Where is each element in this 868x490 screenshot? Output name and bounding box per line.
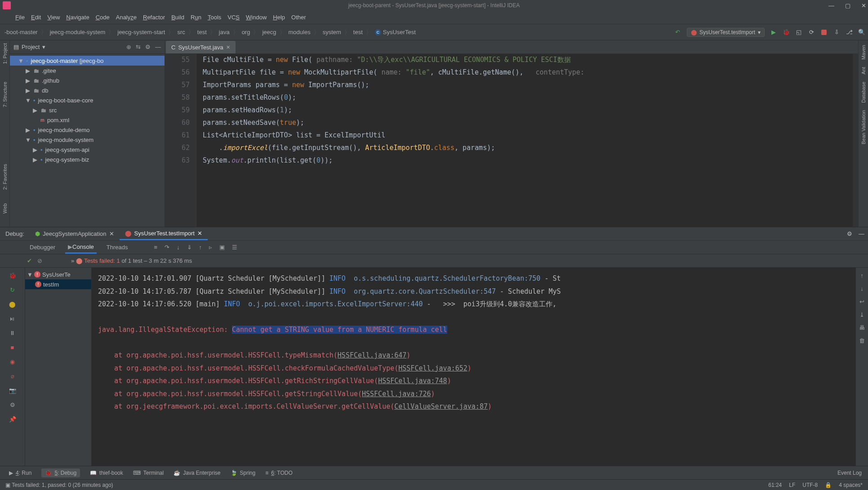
tree-row[interactable]: ▶▪jeecg-module-demo xyxy=(10,125,165,135)
crumb-file[interactable]: CSysUserTest xyxy=(373,29,418,35)
run-to-cursor-icon[interactable]: ▹ xyxy=(209,244,212,251)
console-tab[interactable]: ▶ Console xyxy=(65,241,97,254)
scroll-to-end-icon[interactable]: ⤓ xyxy=(859,311,864,318)
back-icon[interactable]: ↶ xyxy=(674,29,681,36)
test-tree-root[interactable]: ▼!SysUserTe xyxy=(25,269,91,279)
step-over-icon[interactable]: ≡ xyxy=(154,244,158,251)
crumb[interactable]: jeecg xyxy=(260,29,278,35)
close-button[interactable]: ✕ xyxy=(861,2,866,9)
close-icon[interactable]: ✕ xyxy=(197,230,202,237)
mute-breakpoints-icon[interactable]: ⌀ xyxy=(9,372,17,380)
print-icon[interactable]: 🖶 xyxy=(859,324,865,331)
threads-tab[interactable]: Threads xyxy=(104,241,131,254)
code-editor[interactable]: File cMultiFile = new File( pathname: "D… xyxy=(196,54,853,227)
encoding[interactable]: UTF-8 xyxy=(802,482,818,488)
gear-icon[interactable]: ⚙ xyxy=(145,44,151,50)
settings-icon[interactable]: ⚙ xyxy=(9,401,17,409)
minimize-button[interactable]: — xyxy=(828,2,834,9)
tree-row[interactable]: ▼▪jeecg-boot-master [jeecg-bo xyxy=(10,56,165,66)
menu-window[interactable]: Window xyxy=(246,14,267,21)
debug-session-tab[interactable]: ⬢ JeecgSystemApplication ✕ xyxy=(30,228,120,240)
crumb[interactable]: java xyxy=(217,29,231,35)
debug-tool-tab[interactable]: 🐞 5: Debug xyxy=(41,468,80,477)
ok-icon[interactable]: ✔ xyxy=(27,257,32,264)
menu-view[interactable]: View xyxy=(47,14,60,21)
run-configuration-dropdown[interactable]: ⬤ SysUserTest.testImport ▾ xyxy=(687,28,765,37)
gear-icon[interactable]: ⚙ xyxy=(847,230,852,237)
toolwindow-web-tab[interactable]: Web xyxy=(2,203,8,213)
git-button[interactable]: ⎇ xyxy=(846,29,853,36)
java-enterprise-tab[interactable]: ☕ Java Enterprise xyxy=(174,470,220,476)
chevron-down-icon[interactable]: ▾ xyxy=(42,44,45,50)
step-out-icon[interactable]: ↓ xyxy=(177,244,180,251)
crumb[interactable]: test xyxy=(196,29,209,35)
search-everywhere-button[interactable]: 🔍 xyxy=(858,29,865,36)
scroll-up-icon[interactable]: ↑ xyxy=(860,272,864,279)
run-tool-tab[interactable]: ▶ 4: Run xyxy=(9,470,31,476)
clear-icon[interactable]: 🗑 xyxy=(859,337,865,344)
terminal-tab[interactable]: ⌨ Terminal xyxy=(133,470,164,476)
toolwindow-favorites-tab[interactable]: 2: Favorites xyxy=(2,164,8,190)
crumb[interactable]: system xyxy=(321,29,343,35)
tree-row[interactable]: ▼▪jeecg-module-system xyxy=(10,135,165,145)
hide-icon[interactable]: — xyxy=(155,44,161,50)
menu-refactor[interactable]: Refactor xyxy=(143,14,165,21)
menu-edit[interactable]: Edit xyxy=(31,14,41,21)
menu-build[interactable]: Build xyxy=(171,14,184,21)
menu-tools[interactable]: Tools xyxy=(208,14,221,21)
menu-run[interactable]: Run xyxy=(191,14,201,21)
rerun-icon[interactable]: 🐞 xyxy=(9,271,17,279)
menu-analyze[interactable]: Analyze xyxy=(116,14,137,21)
thief-book-tab[interactable]: 📖 thief-book xyxy=(90,470,123,476)
step-into-icon[interactable]: ↷ xyxy=(165,244,169,251)
test-tree-item[interactable]: !testIm xyxy=(25,279,91,289)
rerun-failed-icon[interactable]: ↻ xyxy=(9,286,17,294)
lock-icon[interactable]: 🔒 xyxy=(825,482,832,488)
close-icon[interactable]: ✕ xyxy=(226,44,230,50)
stop-button[interactable] xyxy=(820,29,828,36)
pause-icon[interactable]: ⏸ xyxy=(9,329,17,337)
line-separator[interactable]: LF xyxy=(789,482,795,488)
editor-tab[interactable]: C SysUserTest.java ✕ xyxy=(166,41,236,53)
tree-row[interactable]: mpom.xml xyxy=(10,115,165,125)
toolwindow-structure-tab[interactable]: 7: Structure xyxy=(2,82,8,107)
tree-row[interactable]: ▶🖿src xyxy=(10,105,165,115)
todo-tab[interactable]: ≡ 6: TODO xyxy=(265,470,293,476)
menu-navigate[interactable]: Navigate xyxy=(66,14,89,21)
update-button[interactable]: ⇩ xyxy=(833,29,840,36)
crumb[interactable]: jeecg-module-system xyxy=(48,29,107,35)
caret-position[interactable]: 61:24 xyxy=(768,482,782,488)
spring-tab[interactable]: 🍃 Spring xyxy=(231,470,256,476)
event-log-tab[interactable]: Event Log xyxy=(834,470,862,476)
resume-icon[interactable]: ⏯ xyxy=(9,314,17,322)
crumb[interactable]: jeecg-system-start xyxy=(116,29,167,35)
view-breakpoints-icon[interactable]: ◉ xyxy=(9,358,17,366)
tree-row[interactable]: ▶🖿.github xyxy=(10,75,165,85)
menu-code[interactable]: Code xyxy=(96,14,110,21)
tree-row[interactable]: ▼▪jeecg-boot-base-core xyxy=(10,95,165,105)
run-button[interactable]: ▶ xyxy=(770,29,777,36)
menu-help[interactable]: Help xyxy=(273,14,285,21)
pin-icon[interactable]: 📌 xyxy=(9,415,17,423)
debug-session-tab-active[interactable]: ⬤ SysUserTest.testImport ✕ xyxy=(120,228,208,240)
evaluate-icon[interactable]: ☰ xyxy=(232,244,237,251)
step-up-icon[interactable]: ↑ xyxy=(199,244,202,251)
ant-tab[interactable]: Ant xyxy=(861,67,866,75)
database-tab[interactable]: Database xyxy=(861,82,866,103)
maven-tab[interactable]: Maven xyxy=(861,45,866,60)
profile-button[interactable]: ⟳ xyxy=(808,29,815,36)
frames-icon[interactable]: ▣ xyxy=(219,244,225,251)
indent-indicator[interactable]: 4 spaces* xyxy=(839,482,863,488)
tree-row[interactable]: ▶🖿.gitee xyxy=(10,66,165,75)
close-icon[interactable]: ✕ xyxy=(109,230,114,237)
crumb[interactable]: modules xyxy=(287,29,312,35)
tree-row[interactable]: ▶▪jeecg-system-biz xyxy=(10,155,165,164)
tree-row[interactable]: ▶▪jeecg-system-api xyxy=(10,145,165,155)
scroll-down-icon[interactable]: ↓ xyxy=(860,285,864,292)
target-icon[interactable]: ⊕ xyxy=(126,44,131,50)
crumb[interactable]: src xyxy=(175,29,187,35)
coverage-button[interactable]: ◱ xyxy=(795,29,802,36)
editor-stripe[interactable] xyxy=(853,54,858,227)
toolwindow-project-tab[interactable]: 1: Project xyxy=(2,43,8,64)
camera-icon[interactable]: 📷 xyxy=(9,386,17,394)
